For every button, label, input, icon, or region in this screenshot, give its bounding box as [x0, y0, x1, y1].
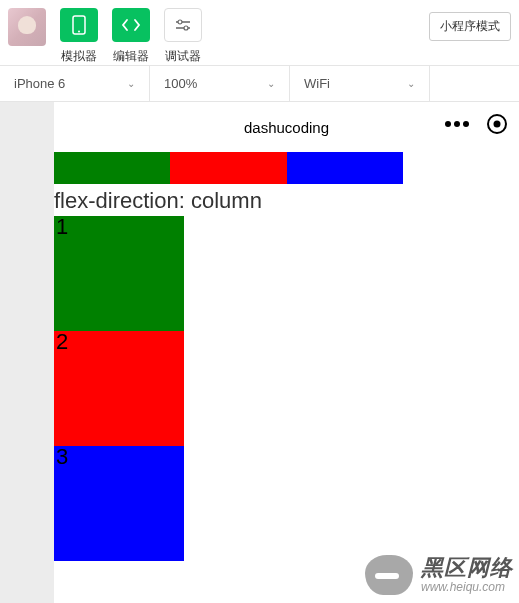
simulator-label: 模拟器 — [61, 48, 97, 65]
svg-point-3 — [184, 26, 188, 30]
avatar[interactable] — [8, 8, 46, 46]
row-box-2 — [170, 152, 286, 184]
code-icon — [112, 8, 150, 42]
simulator-area: dashucoding flex-direction: column 1 2 3 — [0, 102, 519, 603]
simulator-button[interactable]: 模拟器 — [60, 8, 98, 65]
debugger-label: 调试器 — [165, 48, 201, 65]
device-value: iPhone 6 — [14, 76, 65, 91]
editor-button[interactable]: 编辑器 — [112, 8, 150, 65]
svg-point-1 — [78, 31, 80, 33]
col-box-1: 1 — [54, 216, 184, 331]
capsule — [445, 114, 507, 134]
debugger-button[interactable]: 调试器 — [164, 8, 202, 65]
col-box-3: 3 — [54, 446, 184, 561]
flex-column-demo: 1 2 3 — [54, 216, 184, 561]
dropdown-bar: iPhone 6 ⌄ 100% ⌄ WiFi ⌄ — [0, 66, 519, 102]
editor-label: 编辑器 — [113, 48, 149, 65]
chevron-down-icon: ⌄ — [127, 78, 135, 89]
phone-viewport: dashucoding flex-direction: column 1 2 3 — [54, 102, 519, 603]
phone-icon — [60, 8, 98, 42]
menu-icon[interactable] — [445, 121, 469, 127]
network-dropdown[interactable]: WiFi ⌄ — [290, 66, 430, 101]
row-box-1 — [54, 152, 170, 184]
chevron-down-icon: ⌄ — [407, 78, 415, 89]
svg-point-2 — [178, 20, 182, 24]
watermark-title: 黑区网络 — [421, 556, 513, 580]
mode-button[interactable]: 小程序模式 — [429, 12, 511, 41]
flex-row-demo — [54, 152, 403, 184]
top-toolbar: 模拟器 编辑器 调试器 小程序模式 — [0, 0, 519, 66]
chevron-down-icon: ⌄ — [267, 78, 275, 89]
mushroom-icon — [365, 555, 413, 595]
zoom-dropdown[interactable]: 100% ⌄ — [150, 66, 290, 101]
watermark: 黑区网络 www.heiqu.com — [365, 555, 513, 595]
col-box-2: 2 — [54, 331, 184, 446]
section-title: flex-direction: column — [54, 184, 519, 216]
row-box-3 — [287, 152, 403, 184]
phone-nav-bar: dashucoding — [54, 102, 519, 152]
device-dropdown[interactable]: iPhone 6 ⌄ — [0, 66, 150, 101]
sliders-icon — [164, 8, 202, 42]
watermark-url: www.heiqu.com — [421, 581, 513, 594]
page-title: dashucoding — [244, 119, 329, 136]
close-icon[interactable] — [487, 114, 507, 134]
ruler-gutter — [0, 102, 54, 603]
zoom-value: 100% — [164, 76, 197, 91]
network-value: WiFi — [304, 76, 330, 91]
